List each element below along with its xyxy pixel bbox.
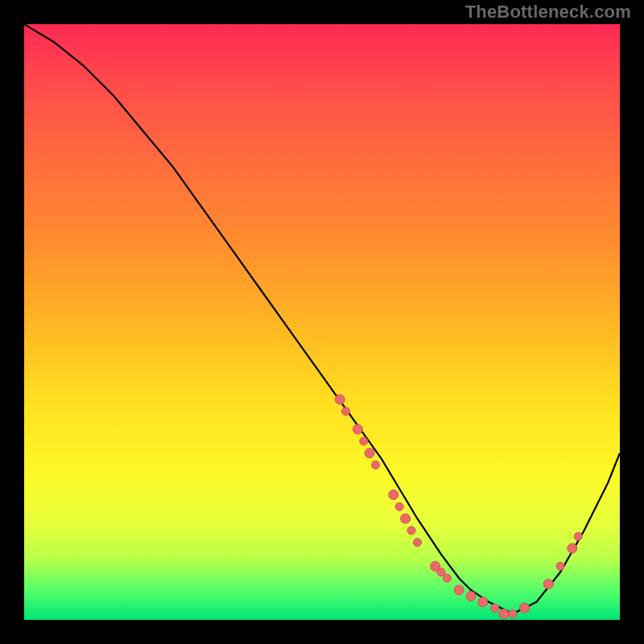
watermark-text: TheBottleneck.com (465, 2, 631, 23)
plot-outer (24, 24, 620, 620)
plot-gradient-background (24, 24, 620, 620)
chart-frame: TheBottleneck.com (0, 0, 644, 644)
